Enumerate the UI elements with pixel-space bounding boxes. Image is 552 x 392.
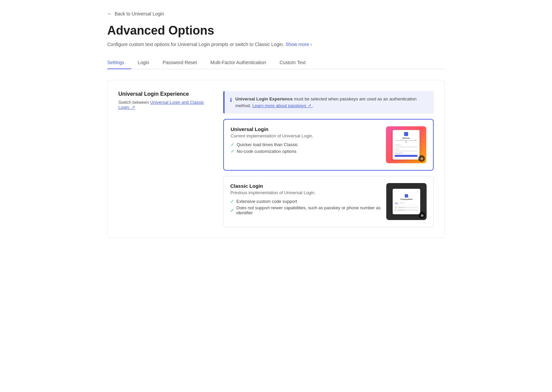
universal-login-features: ✓ Quicker load times than Classic ✓ No-c…: [231, 142, 381, 154]
classic-preview-inner: ✕ CompanyName Login Signup: [393, 189, 420, 214]
tab-mfa[interactable]: Multi-Factor Authentication: [204, 56, 273, 69]
page-container: ← Back to Universal Login Advanced Optio…: [91, 0, 461, 249]
feature-item: ✓ No-code customization options: [231, 148, 381, 154]
left-panel: Universal Login Experience Switch betwee…: [118, 91, 212, 227]
check-icon: ✓: [230, 208, 234, 213]
tab-custom-text[interactable]: Custom Text: [273, 56, 313, 69]
page-description-text: Configure custom text options for Univer…: [107, 42, 284, 47]
classic-login-title: Classic Login: [230, 183, 381, 189]
zoom-button[interactable]: ⊕: [419, 212, 425, 219]
universal-login-preview: Welcome Log in to My Company to continue…: [386, 126, 426, 163]
info-banner: ℹ Universal Login Experience must be sel…: [223, 91, 434, 114]
right-panel: ℹ Universal Login Experience must be sel…: [223, 91, 434, 227]
tab-login[interactable]: Login: [131, 56, 156, 69]
classic-login-preview: ✕ CompanyName Login Signup: [386, 183, 427, 220]
classic-login-features: ✓ Extensive custom code support ✓ Does n…: [230, 199, 381, 215]
two-column-layout: Universal Login Experience Switch betwee…: [118, 91, 434, 227]
feature-item: ✓ Does not support newer capabilities, s…: [230, 205, 381, 215]
check-icon: ✓: [231, 142, 235, 147]
feature-item: ✓ Quicker load times than Classic: [231, 142, 381, 147]
feature-item: ✓ Extensive custom code support: [230, 199, 381, 204]
info-banner-text: Universal Login Experience must be selec…: [235, 96, 428, 109]
learn-more-passkeys-link[interactable]: Learn more about passkeys ↗: [252, 103, 313, 108]
zoom-button[interactable]: ⊕: [418, 155, 425, 162]
back-link-label: Back to Universal Login: [115, 11, 164, 16]
classic-login-subtitle: Previous implementation of Universal Log…: [230, 190, 381, 195]
content-card: Universal Login Experience Switch betwee…: [107, 80, 445, 238]
show-more-link[interactable]: Show more ›: [285, 42, 312, 47]
classic-login-content: Classic Login Previous implementation of…: [230, 183, 381, 215]
universal-login-subtitle: Current implementation of Universal Logi…: [231, 133, 381, 138]
tab-password-reset[interactable]: Password Reset: [156, 56, 204, 69]
back-link[interactable]: ← Back to Universal Login: [107, 11, 445, 17]
universal-login-content: Universal Login Current implementation o…: [231, 126, 381, 154]
universal-preview-inner: Welcome Log in to My Company to continue…: [393, 130, 420, 160]
preview-logo: [404, 132, 408, 136]
check-icon: ✓: [231, 148, 235, 154]
tab-settings[interactable]: Settings: [107, 56, 131, 69]
info-icon: ℹ: [230, 96, 232, 104]
back-arrow-icon: ←: [107, 11, 113, 17]
classic-login-option[interactable]: Classic Login Previous implementation of…: [223, 176, 434, 227]
section-description: Switch between Universal Login and Class…: [118, 100, 212, 110]
preview-close: ✕: [417, 191, 418, 193]
section-title: Universal Login Experience: [118, 91, 212, 97]
page-title: Advanced Options: [107, 24, 445, 38]
page-description: Configure custom text options for Univer…: [107, 42, 445, 47]
preview-logo: [405, 194, 408, 198]
check-icon: ✓: [230, 199, 234, 204]
universal-login-option[interactable]: Universal Login Current implementation o…: [223, 119, 434, 171]
tabs-bar: Settings Login Password Reset Multi-Fact…: [107, 56, 445, 69]
universal-login-title: Universal Login: [231, 126, 381, 132]
